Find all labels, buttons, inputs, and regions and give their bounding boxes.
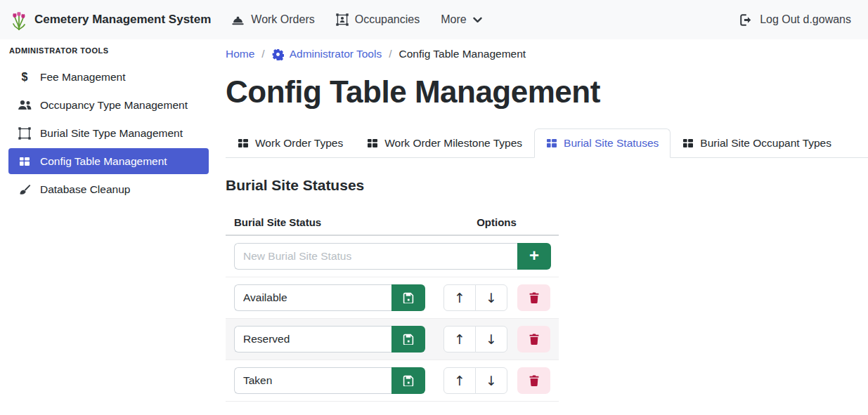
nav-item-more[interactable]: More xyxy=(430,6,492,33)
tab-burial-site-statuses[interactable]: Burial Site Statuses xyxy=(534,129,671,158)
sidebar-item-label: Config Table Management xyxy=(40,155,167,168)
table-header-row: Burial Site Status Options xyxy=(226,211,559,236)
sidebar-item-config-table-management[interactable]: Config Table Management xyxy=(8,148,209,174)
status-name-input[interactable] xyxy=(234,367,391,394)
reorder-button-group: ↑ ↓ xyxy=(443,326,507,353)
table-icon xyxy=(17,156,32,167)
new-status-row: + xyxy=(226,236,559,277)
table-icon xyxy=(682,138,694,149)
top-navbar: Cemetery Management System Work Orders xyxy=(0,0,868,39)
tulips-logo-icon xyxy=(10,9,28,30)
gear-icon xyxy=(272,48,284,60)
status-name-input[interactable] xyxy=(234,326,391,353)
app-title: Cemetery Management System xyxy=(34,13,211,27)
move-down-button[interactable]: ↓ xyxy=(475,284,507,311)
section-title: Burial Site Statuses xyxy=(226,177,868,194)
status-row-available: ↑ ↓ xyxy=(226,277,559,319)
table-icon xyxy=(238,138,249,149)
trash-icon xyxy=(529,292,539,303)
plot-frame-icon xyxy=(17,127,32,140)
save-icon xyxy=(403,375,414,386)
arrow-down-icon: ↓ xyxy=(486,373,497,388)
delete-status-button[interactable] xyxy=(517,367,550,394)
users-icon xyxy=(17,100,32,110)
logout-icon xyxy=(740,14,753,26)
move-up-button[interactable]: ↑ xyxy=(443,284,476,311)
broom-icon xyxy=(17,183,32,196)
table-icon xyxy=(367,138,378,149)
tab-label: Burial Site Statuses xyxy=(564,137,659,150)
sidebar-item-label: Database Cleanup xyxy=(40,183,130,196)
tab-work-order-milestone-types[interactable]: Work Order Milestone Types xyxy=(355,129,534,158)
move-down-button[interactable]: ↓ xyxy=(475,326,507,353)
save-icon xyxy=(403,292,414,303)
tab-label: Work Order Types xyxy=(255,137,343,150)
nav-item-label: More xyxy=(441,13,466,26)
save-status-button[interactable] xyxy=(391,326,425,353)
move-up-button[interactable]: ↑ xyxy=(443,367,476,394)
sidebar-item-database-cleanup[interactable]: Database Cleanup xyxy=(8,176,209,202)
sidebar-item-label: Occupancy Type Management xyxy=(40,99,188,112)
column-header-status: Burial Site Status xyxy=(234,216,443,228)
sidebar-heading: ADMINISTRATOR TOOLS xyxy=(0,45,217,64)
move-up-button[interactable]: ↑ xyxy=(443,326,476,353)
delete-status-button[interactable] xyxy=(517,284,550,311)
column-header-options: Options xyxy=(443,216,550,228)
reorder-button-group: ↑ ↓ xyxy=(443,284,507,311)
occupancy-frame-icon xyxy=(336,13,349,26)
sidebar-item-label: Fee Management xyxy=(40,71,126,84)
sidebar-item-fee-management[interactable]: $ Fee Management xyxy=(8,64,209,90)
arrow-up-icon: ↑ xyxy=(454,290,465,305)
breadcrumb-label: Administrator Tools xyxy=(290,46,382,62)
status-row-taken: ↑ ↓ xyxy=(226,360,559,402)
plus-icon: + xyxy=(529,247,539,264)
nav-item-label: Occupancies xyxy=(355,13,420,26)
breadcrumb-administrator-tools-link[interactable]: Administrator Tools xyxy=(272,46,382,62)
tab-bar: Work Order Types Work Order Milestone Ty… xyxy=(226,129,868,158)
hard-hat-icon xyxy=(231,14,245,26)
tab-label: Work Order Milestone Types xyxy=(384,137,522,150)
arrow-down-icon: ↓ xyxy=(486,331,497,347)
arrow-up-icon: ↑ xyxy=(454,373,465,388)
trash-icon xyxy=(529,334,539,345)
nav-item-occupancies[interactable]: Occupancies xyxy=(325,6,431,33)
tab-work-order-types[interactable]: Work Order Types xyxy=(226,129,355,158)
delete-status-button[interactable] xyxy=(517,326,550,353)
status-row-reserved: ↑ ↓ xyxy=(226,319,559,360)
breadcrumb-separator: / xyxy=(261,46,264,62)
dollar-icon: $ xyxy=(17,71,32,84)
table-icon xyxy=(546,138,557,149)
sidebar-item-occupancy-type-management[interactable]: Occupancy Type Management xyxy=(8,92,209,118)
breadcrumb-separator: / xyxy=(389,46,391,62)
breadcrumb-home-link[interactable]: Home xyxy=(226,46,254,62)
new-status-input[interactable] xyxy=(234,243,517,270)
breadcrumb-current: Config Table Management xyxy=(399,46,526,62)
tab-label: Burial Site Occupant Types xyxy=(700,137,831,150)
chevron-down-icon xyxy=(473,17,482,23)
save-status-button[interactable] xyxy=(391,284,425,311)
logout-label: Log Out d.gowans xyxy=(760,13,851,26)
logout-button[interactable]: Log Out d.gowans xyxy=(740,13,851,26)
page-title: Config Table Management xyxy=(226,72,868,112)
breadcrumb-label: Home xyxy=(226,46,254,62)
tab-burial-site-occupant-types[interactable]: Burial Site Occupant Types xyxy=(671,129,843,158)
reorder-button-group: ↑ ↓ xyxy=(443,367,507,394)
nav-item-label: Work Orders xyxy=(251,13,314,26)
status-name-input[interactable] xyxy=(234,284,391,311)
sidebar: ADMINISTRATOR TOOLS $ Fee Management Occ… xyxy=(0,39,217,415)
sidebar-item-label: Burial Site Type Management xyxy=(40,127,183,140)
save-icon xyxy=(403,334,414,345)
nav-item-work-orders[interactable]: Work Orders xyxy=(221,6,325,33)
navbar-menu: Work Orders Occupancies More xyxy=(221,6,492,33)
burial-site-status-table: Burial Site Status Options + xyxy=(226,211,559,402)
arrow-down-icon: ↓ xyxy=(486,290,497,305)
breadcrumb: Home / Administrator Tools / Config Tabl… xyxy=(226,46,868,62)
save-status-button[interactable] xyxy=(391,367,425,394)
app-brand[interactable]: Cemetery Management System xyxy=(10,9,211,30)
move-down-button[interactable]: ↓ xyxy=(475,367,507,394)
arrow-up-icon: ↑ xyxy=(454,331,465,347)
trash-icon xyxy=(529,375,539,386)
add-status-button[interactable]: + xyxy=(517,243,551,270)
sidebar-item-burial-site-type-management[interactable]: Burial Site Type Management xyxy=(8,120,209,146)
